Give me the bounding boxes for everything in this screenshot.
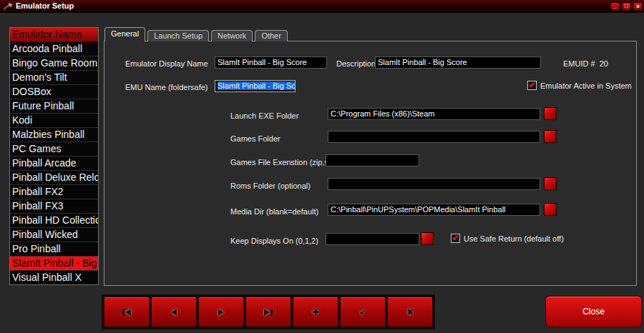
- description-value: SlamIt Pinball - Big Score: [378, 58, 467, 66]
- list-item[interactable]: Future Pinball: [10, 99, 98, 114]
- title-bar[interactable]: Emulator Setup _□x: [0, 0, 644, 13]
- games-file-extension-label: Games File Exenstion (zip,vpx): [230, 158, 339, 166]
- close-button[interactable]: Close: [545, 296, 642, 327]
- close-button-label: Close: [582, 307, 605, 317]
- list-item[interactable]: Pinball Arcade: [10, 156, 98, 171]
- list-item[interactable]: Pro Pinball: [10, 242, 98, 257]
- use-safe-return-checkbox[interactable]: ✔: [451, 234, 460, 243]
- tab-other[interactable]: Other: [255, 30, 288, 41]
- emu-name-selected-text: SlamIt Pinball - Big Score: [218, 81, 296, 90]
- launch-exe-folder-browse-button[interactable]: [544, 107, 557, 120]
- emu-name-label: EMU Name (foldersafe): [125, 83, 208, 91]
- media-dir-label: Media Dir (blank=default): [230, 207, 318, 216]
- next-icon: [218, 309, 224, 316]
- list-item[interactable]: Malzbies Pinball: [10, 128, 98, 142]
- last-record-button[interactable]: [245, 297, 291, 327]
- games-file-extension-input[interactable]: [326, 154, 419, 166]
- list-item[interactable]: Kodi: [10, 114, 98, 128]
- tab-bar: GeneralLaunch SetupNetworkOther: [104, 29, 290, 41]
- emulator-list: Emulator Name Arcooda PinballBingo Game …: [9, 27, 99, 285]
- list-item[interactable]: DOSBox: [10, 85, 98, 99]
- emulator-active-label: Emulator Active in System: [540, 81, 632, 90]
- emuid-label: EMUID # 20: [563, 59, 608, 68]
- last-icon: [264, 309, 273, 316]
- emulator-setup-window: Emulator Setup _□x Emulator Name Arcooda…: [0, 0, 644, 333]
- emulator-active-checkbox[interactable]: ✔: [527, 81, 537, 90]
- cancel-icon: ✖: [406, 308, 414, 317]
- media-dir-input[interactable]: C:\Pinball\PinUPSystem\POPMedia\SlamIt P…: [328, 204, 540, 216]
- next-record-button[interactable]: [198, 297, 244, 327]
- close-window-button[interactable]: x: [633, 2, 643, 11]
- window-title: Emulator Setup: [16, 1, 74, 10]
- keep-displays-on-label: Keep Displays On (0,1,2): [230, 237, 318, 245]
- insert-record-button[interactable]: ✚: [293, 297, 338, 327]
- tab-network[interactable]: Network: [211, 30, 253, 41]
- games-folder-label: Games Folder: [230, 134, 280, 143]
- list-item[interactable]: Pinball FX2: [10, 185, 98, 199]
- prior-icon: [171, 309, 177, 316]
- games-folder-browse-button[interactable]: [544, 130, 557, 143]
- list-item[interactable]: Pinball HD Collectio: [10, 214, 98, 228]
- keep-displays-on-input[interactable]: [326, 233, 419, 245]
- window-controls: _□x: [610, 2, 643, 11]
- emulator-list-items: Arcooda PinballBingo Game RoomDemon's Ti…: [10, 42, 98, 285]
- list-item[interactable]: Pinball Deluxe Relo: [10, 171, 98, 185]
- media-dir-value: C:\Pinball\PinUPSystem\POPMedia\SlamIt P…: [331, 205, 506, 214]
- tab-general[interactable]: General: [104, 27, 145, 41]
- list-item[interactable]: PC Games: [10, 142, 98, 156]
- first-record-button[interactable]: [104, 297, 150, 327]
- use-safe-return-label: Use Safe Return (default off): [464, 234, 564, 243]
- description-input[interactable]: SlamIt Pinball - Big Score: [375, 56, 541, 69]
- list-item[interactable]: Arcooda Pinball: [10, 42, 98, 56]
- emulator-list-header: Emulator Name: [10, 28, 98, 42]
- check-icon: ✔: [452, 234, 459, 242]
- emuid-label-text: EMUID #: [563, 59, 595, 68]
- keep-displays-on-browse-button[interactable]: [421, 232, 434, 245]
- first-icon: [122, 309, 131, 316]
- app-wrench-icon: [3, 2, 14, 11]
- prior-record-button[interactable]: [151, 297, 197, 327]
- launch-exe-folder-label: Launch EXE Folder: [230, 111, 298, 120]
- post-edit-button[interactable]: ✔: [340, 297, 386, 327]
- list-item[interactable]: Demon's Tilt: [10, 71, 98, 85]
- list-item[interactable]: Pinball Wicked: [10, 228, 98, 242]
- emulator-display-name-label: Emulator Display Name: [125, 59, 208, 68]
- cancel-edit-button[interactable]: ✖: [387, 297, 433, 327]
- launch-exe-folder-input[interactable]: C:\Program Files (x86)\Steam: [328, 108, 540, 120]
- db-navigator: ✚✔✖: [102, 294, 435, 329]
- description-label: Description: [336, 59, 376, 68]
- insert-icon: ✚: [312, 308, 319, 317]
- emuid-value: 20: [600, 59, 608, 68]
- list-item[interactable]: Bingo Game Room: [10, 56, 98, 71]
- maximize-button[interactable]: □: [622, 2, 631, 11]
- tab-launch-setup[interactable]: Launch Setup: [147, 30, 209, 41]
- roms-folder-browse-button[interactable]: [544, 177, 557, 190]
- post-icon: ✔: [359, 308, 366, 317]
- games-folder-input[interactable]: [328, 131, 540, 143]
- emulator-display-name-input[interactable]: SlamIt Pinball - Big Score: [215, 56, 327, 69]
- list-item[interactable]: Visual Pinball X: [10, 271, 98, 285]
- roms-folder-input[interactable]: [328, 178, 540, 190]
- emulator-display-name-value: SlamIt Pinball - Big Score: [218, 58, 307, 66]
- roms-folder-label: Roms Folder (optional): [230, 182, 311, 190]
- list-item[interactable]: Pinball FX3: [10, 199, 98, 214]
- check-icon: ✔: [528, 81, 535, 89]
- launch-exe-folder-value: C:\Program Files (x86)\Steam: [331, 109, 434, 118]
- media-dir-browse-button[interactable]: [544, 203, 557, 216]
- minimize-button[interactable]: _: [610, 2, 620, 11]
- emu-name-input[interactable]: SlamIt Pinball - Big Score: [215, 80, 296, 92]
- list-item[interactable]: SlamIt Pinball - Big: [10, 257, 98, 271]
